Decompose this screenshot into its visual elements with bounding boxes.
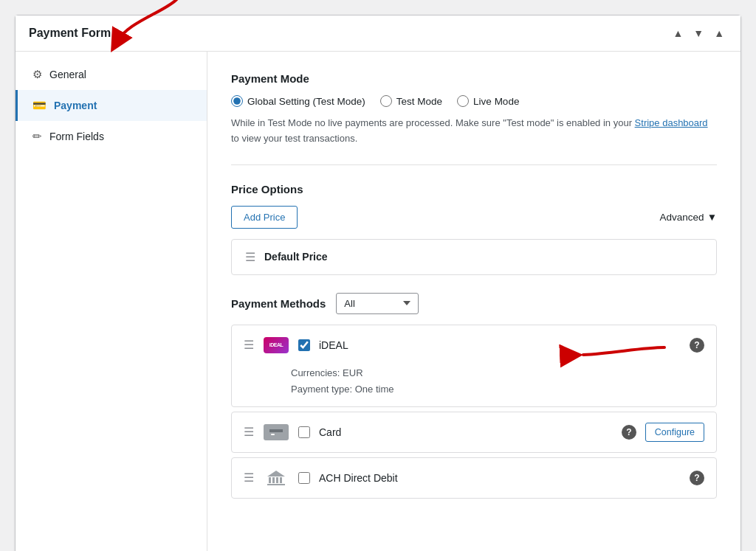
svg-marker-7 <box>267 471 285 477</box>
svg-rect-4 <box>272 477 275 483</box>
ideal-checkbox[interactable] <box>298 339 310 351</box>
ach-help-icon[interactable]: ? <box>690 471 704 485</box>
sidebar-item-payment-label: Payment <box>54 100 97 111</box>
radio-live-input[interactable] <box>457 95 469 107</box>
gear-icon: ⚙ <box>32 68 42 81</box>
divider-1 <box>231 164 717 165</box>
radio-test-input[interactable] <box>380 95 392 107</box>
expand-button[interactable]: ▼ <box>690 26 707 41</box>
ach-row: ☰ <box>232 458 716 498</box>
payment-method-ach: ☰ <box>231 457 717 499</box>
payment-form-window: Payment Form ▲ ▼ ▲ ⚙ General 💳 Payment ✏… <box>15 15 741 551</box>
sidebar-item-form-fields-label: Form Fields <box>49 131 104 142</box>
ideal-drag-handle: ☰ <box>244 338 254 352</box>
radio-global-setting[interactable]: Global Setting (Test Mode) <box>231 95 365 107</box>
bank-icon <box>264 470 289 486</box>
radio-live-mode[interactable]: Live Mode <box>457 95 519 107</box>
sidebar-item-form-fields[interactable]: ✏ Form Fields <box>16 121 207 152</box>
credit-card-icon <box>264 424 289 440</box>
payment-mode-info: While in Test Mode no live payments are … <box>231 116 717 147</box>
svg-rect-6 <box>280 477 282 483</box>
card-name: Card <box>319 426 613 438</box>
default-price-label: Default Price <box>264 251 328 263</box>
ach-name: ACH Direct Debit <box>319 472 681 484</box>
window-header: Payment Form ▲ ▼ ▲ <box>16 15 740 52</box>
sidebar: ⚙ General 💳 Payment ✏ Form Fields <box>16 52 207 551</box>
default-price-row: ☰ Default Price <box>231 239 717 275</box>
ideal-name: iDEAL <box>319 339 681 351</box>
ideal-help-icon[interactable]: ? <box>690 338 704 353</box>
ideal-badge-icon: iDEAL <box>264 337 289 353</box>
svg-rect-1 <box>269 429 283 432</box>
svg-rect-5 <box>276 477 278 483</box>
sidebar-item-general[interactable]: ⚙ General <box>16 59 207 90</box>
ideal-icon-wrapper: iDEAL <box>263 336 289 355</box>
main-content: Payment Mode Global Setting (Test Mode) … <box>207 52 740 551</box>
drag-handle-icon: ☰ <box>245 250 255 264</box>
price-options-title: Price Options <box>231 183 717 195</box>
window-title: Payment Form <box>29 27 111 40</box>
payment-methods-title: Payment Methods <box>231 297 326 310</box>
collapse-button[interactable]: ▲ <box>670 26 686 41</box>
payment-mode-radio-group: Global Setting (Test Mode) Test Mode Liv… <box>231 95 717 107</box>
sidebar-item-general-label: General <box>49 69 86 80</box>
edit-icon: ✏ <box>32 130 42 143</box>
card-row: ☰ Card ? <box>232 412 716 452</box>
ideal-details: Currencies: EUR Payment type: One time <box>232 365 716 406</box>
payment-methods-filter[interactable]: All One time Subscription <box>336 293 419 314</box>
radio-test-mode[interactable]: Test Mode <box>380 95 442 107</box>
radio-global-input[interactable] <box>231 95 243 107</box>
add-price-button[interactable]: Add Price <box>231 206 298 229</box>
card-drag-handle: ☰ <box>244 425 254 439</box>
ach-icon-wrapper <box>263 468 289 488</box>
window-controls: ▲ ▼ ▲ <box>670 26 727 41</box>
svg-rect-8 <box>267 484 285 485</box>
sidebar-item-payment[interactable]: 💳 Payment <box>16 90 207 121</box>
svg-rect-3 <box>269 477 271 483</box>
card-configure-button[interactable]: Configure <box>645 423 704 442</box>
card-checkbox[interactable] <box>298 426 310 438</box>
chevron-down-icon: ▼ <box>707 212 717 223</box>
stripe-dashboard-link[interactable]: Stripe dashboard <box>635 117 708 128</box>
window-body: ⚙ General 💳 Payment ✏ Form Fields Paymen… <box>16 52 740 551</box>
ach-drag-handle: ☰ <box>244 471 254 485</box>
ideal-payment-type: Payment type: One time <box>291 381 704 398</box>
ideal-currencies: Currencies: EUR <box>291 365 704 381</box>
price-options-section: Price Options Add Price Advanced ▼ ☰ Def… <box>231 183 717 275</box>
maximize-button[interactable]: ▲ <box>711 26 727 41</box>
payment-methods-section: Payment Methods All One time Subscriptio… <box>231 293 717 499</box>
radio-live-label: Live Mode <box>473 96 519 107</box>
payment-method-ideal: ☰ iDEAL iDEAL ? Currencies: EUR Payment … <box>231 325 717 407</box>
payment-methods-header: Payment Methods All One time Subscriptio… <box>231 293 717 314</box>
card-icon-wrapper <box>263 423 289 442</box>
radio-global-label: Global Setting (Test Mode) <box>247 96 365 107</box>
card-help-icon[interactable]: ? <box>622 425 636 440</box>
card-icon: 💳 <box>32 99 47 112</box>
payment-mode-title: Payment Mode <box>231 72 717 85</box>
payment-method-card: ☰ Card ? <box>231 412 717 453</box>
svg-rect-2 <box>271 434 275 435</box>
payment-mode-section: Payment Mode Global Setting (Test Mode) … <box>231 72 717 147</box>
ach-checkbox[interactable] <box>298 472 310 484</box>
price-options-header: Add Price Advanced ▼ <box>231 206 717 229</box>
advanced-button[interactable]: Advanced ▼ <box>660 212 717 223</box>
ideal-row: ☰ iDEAL iDEAL ? <box>232 325 716 365</box>
radio-test-label: Test Mode <box>396 96 442 107</box>
